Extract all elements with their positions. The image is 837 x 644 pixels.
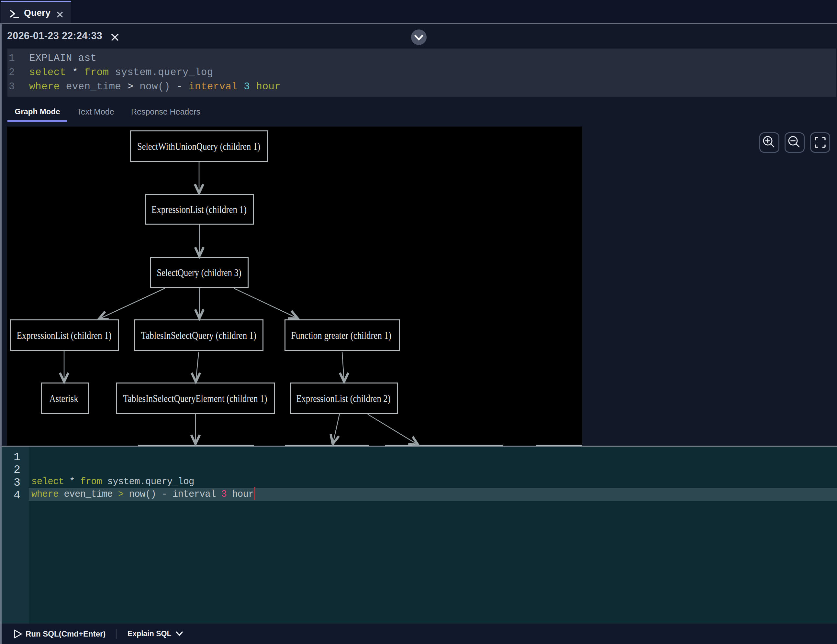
svg-text:SelectQuery (children 3): SelectQuery (children 3) (157, 267, 241, 278)
svg-text:SelectWithUnionQuery (children: SelectWithUnionQuery (children 1) (137, 141, 260, 152)
svg-text:TablesInSelectQuery (children: TablesInSelectQuery (children 1) (141, 330, 256, 341)
svg-text:Function greater (children 1): Function greater (children 1) (291, 330, 391, 341)
svg-text:TablesInSelectQueryElement (ch: TablesInSelectQueryElement (children 1) (123, 393, 268, 404)
svg-text:ExpressionList (children 1): ExpressionList (children 1) (151, 204, 247, 215)
svg-text:ExpressionList (children 1): ExpressionList (children 1) (17, 330, 112, 341)
svg-text:Asterisk: Asterisk (49, 393, 78, 404)
svg-text:ExpressionList (children 2): ExpressionList (children 2) (297, 393, 391, 404)
